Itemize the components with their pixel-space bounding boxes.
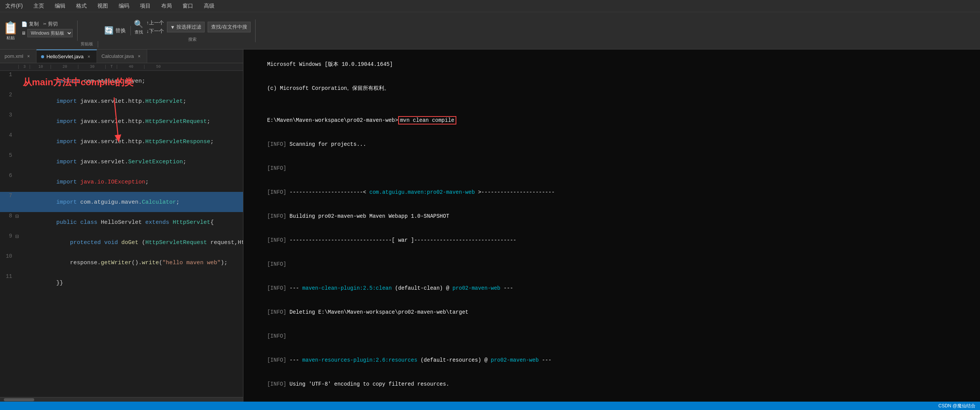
ruler: 3 10 20 30 T 40 50 (0, 63, 243, 71)
line-code-5: import javax.servlet.ServletException; (21, 152, 243, 172)
menu-project[interactable]: 项目 (138, 2, 153, 10)
cut-icon: ✂ (43, 21, 46, 27)
ruler-mark-20: 20 (51, 65, 78, 69)
code-line-8: 8 ⊟ public class HelloServlet extends Ht… (0, 212, 243, 232)
next-button[interactable]: ↓下一个 (146, 28, 164, 35)
tab-pom-label: pom.xml (5, 53, 23, 59)
tab-calculator[interactable]: Calculator.java × (97, 49, 147, 63)
line-num-4: 4 (0, 131, 15, 138)
code-content[interactable]: 从main方法中compile的类 1 package com.atguigu.… (0, 71, 243, 397)
line-num-9: 9 (0, 232, 15, 239)
ruler-mark-T: T (105, 65, 117, 69)
tab-helloservlet-close[interactable]: × (86, 54, 92, 60)
toolbar-row: 📋 粘贴 📄 复制 ✂ 剪切 🖥 Windows 剪贴板 剪贴板 (0, 12, 980, 49)
find-button[interactable]: 🔍 查找 (134, 19, 143, 35)
status-bar: CSDN @魔仙结合 (0, 402, 980, 410)
h-scroll-thumb[interactable] (4, 398, 34, 401)
menu-format[interactable]: 格式 (74, 2, 89, 10)
terminal-line-2: (c) Microsoft Corporation。保留所有权利。 (248, 77, 975, 101)
windows-clipboard-icon: 🖥 (21, 30, 26, 36)
replace-icon: 🔄 (104, 26, 114, 35)
ruler-mark-3: 3 (18, 65, 30, 69)
code-line-7: 7 import com.atguigu.maven.Calculator; (0, 192, 243, 212)
terminal-line-building: [INFO] Building pro02-maven-web Maven We… (248, 204, 975, 228)
terminal-line-resources-plugin: [INFO] --- maven-resources-plugin:2.6:re… (248, 348, 975, 372)
search-section-label: 搜索 (134, 37, 251, 42)
replace-label[interactable]: 替换 (115, 27, 126, 34)
find-icon: 🔍 (134, 19, 143, 29)
ruler-mark-50: 50 (144, 65, 172, 69)
menu-edit[interactable]: 编辑 (52, 2, 68, 10)
terminal[interactable]: Microsoft Windows [版本 10.0.19044.1645] (… (243, 49, 980, 402)
code-line-5: 5 import javax.servlet.ServletException; (0, 152, 243, 172)
tab-helloservlet[interactable]: HelloServlet.java × (37, 49, 97, 63)
code-line-2: 2 import javax.servlet.http.HttpServlet; (0, 91, 243, 111)
code-line-4: 4 import javax.servlet.http.HttpServletR… (0, 131, 243, 152)
terminal-line-info1: [INFO] (248, 156, 975, 180)
terminal-line-blank1 (248, 101, 975, 108)
tab-pom-close[interactable]: × (25, 53, 32, 59)
filter-button[interactable]: ▼ 按选择过滤 (167, 22, 205, 32)
line-code-10: response.getWriter().write("hello maven … (21, 252, 243, 273)
filter-label: 按选择过滤 (177, 24, 201, 30)
paste-button[interactable]: 📋 粘贴 (3, 21, 18, 41)
terminal-line-deleting: [INFO] Deleting E:\Maven\Maven-workspace… (248, 300, 975, 324)
menu-view[interactable]: 视图 (95, 2, 110, 10)
line-code-7: import com.atguigu.maven.Calculator; (21, 192, 243, 212)
copy-label[interactable]: 复制 (29, 21, 39, 27)
tab-pom-xml[interactable]: pom.xml × (0, 49, 37, 63)
line-fold-4 (15, 131, 21, 139)
menu-layout[interactable]: 布局 (159, 2, 174, 10)
line-fold-3 (15, 111, 21, 118)
ruler-mark-40: 40 (117, 65, 144, 69)
line-num-10: 10 (0, 252, 15, 259)
terminal-line-info2: [INFO] (248, 252, 975, 276)
cmd-highlight: mvn clean compile (398, 116, 457, 124)
find-files-label: 查找/在文件中搜 (211, 24, 247, 30)
terminal-line-separator1: [INFO] -----------------------< com.atgu… (248, 180, 975, 204)
h-scrollbar[interactable] (0, 397, 243, 402)
menu-home[interactable]: 主页 (31, 2, 46, 10)
line-code-9: protected void doGet (HttpServletRequest… (21, 232, 243, 252)
line-num-8: 8 (0, 212, 15, 219)
tab-bar: pom.xml × HelloServlet.java × Calculator… (0, 49, 243, 63)
tab-calculator-close[interactable]: × (136, 53, 142, 59)
tab-helloservlet-label: HelloServlet.java (46, 54, 84, 59)
line-code-11: }} (21, 273, 243, 293)
menu-window[interactable]: 窗口 (180, 2, 196, 10)
menu-encode[interactable]: 编码 (116, 2, 132, 10)
terminal-line-cmd: E:\Maven\Maven-workspace\pro02-maven-web… (248, 108, 975, 132)
line-num-5: 5 (0, 152, 15, 158)
prev-button[interactable]: ↑上一个 (146, 19, 164, 26)
line-code-8: public class HelloServlet extends HttpSe… (21, 212, 243, 232)
line-code-2: import javax.servlet.http.HttpServlet; (21, 91, 243, 111)
line-fold-2 (15, 91, 21, 98)
line-fold-5 (15, 152, 21, 159)
code-line-1: 1 package com.atguigu.maven; (0, 71, 243, 91)
find-files-button[interactable]: 查找/在文件中搜 (208, 22, 251, 32)
clipboard-select[interactable]: Windows 剪贴板 (27, 29, 73, 37)
line-fold-9: ⊟ (15, 232, 21, 240)
ruler-mark-10: 10 (30, 65, 51, 69)
menu-file[interactable]: 文件(F) (3, 2, 25, 10)
find-label: 查找 (135, 29, 143, 35)
menu-bar: 文件(F) 主页 编辑 格式 视图 编码 项目 布局 窗口 高级 (0, 0, 980, 12)
terminal-line-war: [INFO] --------------------------------[… (248, 228, 975, 252)
line-fold-1 (15, 71, 21, 78)
main-content: pom.xml × HelloServlet.java × Calculator… (0, 49, 980, 402)
code-editor: pom.xml × HelloServlet.java × Calculator… (0, 49, 243, 402)
terminal-line-scan: [INFO] Scanning for projects... (248, 132, 975, 156)
terminal-line-info3: [INFO] (248, 324, 975, 348)
toolbar: 文件(F) 主页 编辑 格式 视图 编码 项目 布局 窗口 高级 📋 粘贴 📄 … (0, 0, 980, 49)
clipboard-section-label: 剪贴板 (81, 41, 98, 48)
terminal-line-clean-plugin: [INFO] --- maven-clean-plugin:2.5:clean … (248, 276, 975, 300)
cut-label[interactable]: 剪切 (48, 21, 58, 27)
line-fold-7 (15, 192, 21, 199)
menu-advanced[interactable]: 高级 (202, 2, 217, 10)
line-fold-6 (15, 172, 21, 179)
ruler-mark-30: 30 (78, 65, 105, 69)
line-num-6: 6 (0, 172, 15, 179)
code-line-10: 10 response.getWriter().write("hello mav… (0, 252, 243, 273)
line-code-3: import javax.servlet.http.HttpServletReq… (21, 111, 243, 131)
code-line-11: 11 }} (0, 273, 243, 293)
